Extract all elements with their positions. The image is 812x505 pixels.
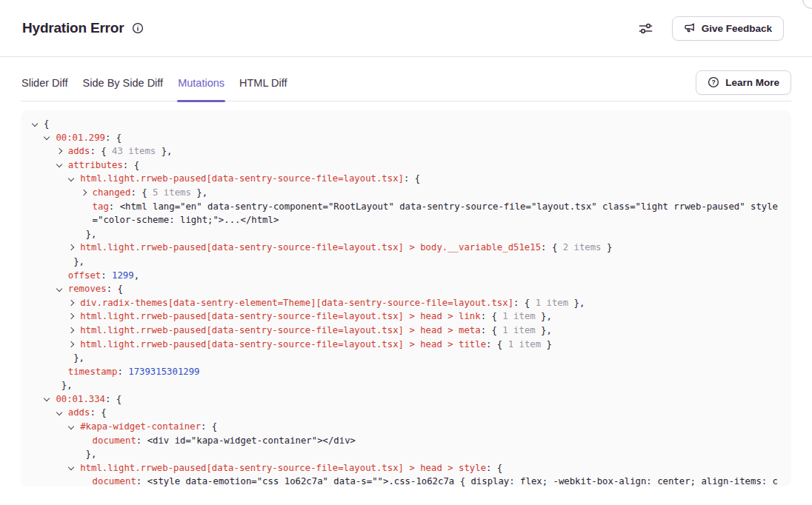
- chevron-down-icon[interactable]: [32, 120, 38, 126]
- tree-text: :: [136, 435, 147, 446]
- tree-row: },: [30, 447, 782, 461]
- tree-text: 1299: [112, 270, 134, 281]
- tree-key: html.light.rrweb-paused[data-sentry-sour…: [80, 325, 480, 335]
- tree-text: : {: [105, 133, 122, 143]
- tree-text: <div id="kapa-widget-container"></div>: [147, 435, 356, 446]
- tree-row: document: <style data-emotion="css 1o62c…: [30, 475, 782, 486]
- tree-key: 00:01.334: [56, 394, 105, 404]
- chevron-right-icon[interactable]: [80, 190, 86, 195]
- chevron-down-icon[interactable]: [44, 395, 50, 401]
- tab-html-diff[interactable]: HTML Diff: [239, 69, 287, 101]
- tree-row: },: [30, 378, 782, 392]
- tree-text: : {: [107, 284, 123, 294]
- dialog-close-partial[interactable]: [802, 0, 812, 9]
- tree-key: html.light.rrweb-paused[data-sentry-sour…: [80, 173, 404, 184]
- tree-row[interactable]: html.light.rrweb-paused[data-sentry-sour…: [30, 172, 782, 186]
- chevron-right-icon[interactable]: [68, 327, 74, 333]
- question-circle-icon: ?: [708, 76, 719, 88]
- tree-text: : {: [90, 146, 112, 156]
- tree-row[interactable]: html.light.rrweb-paused[data-sentry-sour…: [30, 241, 782, 255]
- tree-text: },: [86, 449, 97, 459]
- page-title: Hydration Error: [22, 20, 124, 36]
- tree-key: div.radix-themes[data-sentry-element=The…: [80, 298, 513, 308]
- tab-label: Mutations: [178, 77, 224, 89]
- tree-row[interactable]: 00:01.334: {: [30, 392, 782, 407]
- tree-text: },: [61, 380, 73, 390]
- tree-text: },: [191, 187, 207, 198]
- tree-row[interactable]: div.radix-themes[data-sentry-element=The…: [30, 296, 782, 310]
- tree-row[interactable]: 00:01.299: {: [30, 131, 782, 145]
- tree-text: 1 item: [502, 325, 535, 335]
- tab-slider-diff[interactable]: Slider Diff: [21, 69, 69, 101]
- tree-text: 2 items: [563, 242, 602, 252]
- tree-text: <style data-emotion="css 1o62c7a" data-s…: [93, 476, 778, 486]
- tree-text: 1 item: [536, 298, 568, 308]
- tree-key: adds: [68, 407, 90, 418]
- tree-text: 5 items: [153, 187, 191, 198]
- settings-sliders-icon[interactable]: [636, 19, 656, 39]
- chevron-right-icon[interactable]: [68, 244, 74, 250]
- tree-text: : {: [486, 463, 502, 473]
- svg-text:?: ?: [712, 78, 716, 86]
- tree-key: document: [93, 435, 136, 446]
- tree-row[interactable]: attributes: {: [30, 158, 782, 173]
- tree-text: 1 item: [502, 311, 535, 321]
- tree-text: },: [536, 311, 552, 321]
- chevron-down-icon[interactable]: [68, 175, 74, 181]
- tab-mutations[interactable]: Mutations: [177, 69, 225, 101]
- json-tree[interactable]: {00:01.299: {adds: { 43 items },attribut…: [21, 110, 791, 486]
- tab-label: Slider Diff: [21, 77, 68, 89]
- tree-row[interactable]: {: [30, 117, 782, 131]
- tree-row: document: <div id="kapa-widget-container…: [30, 434, 782, 448]
- tree-text: ,: [134, 270, 139, 281]
- tree-key: offset: [68, 270, 101, 281]
- chevron-right-icon[interactable]: [68, 299, 74, 305]
- tree-row[interactable]: removes: {: [30, 282, 782, 296]
- learn-more-button[interactable]: ? Learn More: [696, 70, 791, 95]
- tree-row[interactable]: html.light.rrweb-paused[data-sentry-sour…: [30, 338, 782, 352]
- diff-tabbar: Slider DiffSide By Side DiffMutationsHTM…: [21, 69, 791, 101]
- tree-row[interactable]: changed: { 5 items },: [30, 186, 782, 200]
- tree-text: : {: [105, 394, 122, 404]
- tree-text: },: [73, 256, 84, 267]
- tree-text: : {: [130, 187, 153, 198]
- tree-key: attributes: [68, 160, 123, 170]
- chevron-down-icon[interactable]: [68, 464, 74, 470]
- tab-side-by-side-diff[interactable]: Side By Side Diff: [82, 69, 164, 101]
- tree-row: tag: <html lang="en" data-sentry-compone…: [30, 200, 782, 227]
- tree-row[interactable]: adds: {: [30, 406, 782, 420]
- tree-row[interactable]: #kapa-widget-container: {: [30, 420, 782, 434]
- active-tab-underline: [177, 100, 225, 102]
- tab-label: Side By Side Diff: [83, 77, 164, 89]
- tree-row: },: [30, 255, 782, 269]
- chevron-down-icon[interactable]: [44, 134, 50, 140]
- tree-text: },: [568, 298, 585, 308]
- tree-row[interactable]: html.light.rrweb-paused[data-sentry-sour…: [30, 461, 782, 475]
- chevron-right-icon[interactable]: [68, 341, 74, 347]
- chevron-right-icon[interactable]: [56, 148, 62, 154]
- tree-key: changed: [93, 187, 131, 198]
- tree-row[interactable]: adds: { 43 items },: [30, 144, 782, 158]
- chevron-right-icon[interactable]: [68, 313, 74, 319]
- tree-text: },: [536, 325, 552, 335]
- tree-text: : {: [201, 421, 217, 432]
- tree-row: timestamp: 1739315301299: [30, 365, 782, 379]
- learn-more-label: Learn More: [725, 77, 779, 88]
- tree-key: timestamp: [68, 367, 118, 377]
- chevron-down-icon[interactable]: [56, 285, 62, 291]
- tree-text: :: [109, 201, 120, 212]
- chevron-down-icon[interactable]: [68, 423, 74, 429]
- give-feedback-button[interactable]: Give Feedback: [672, 16, 784, 41]
- info-icon[interactable]: [130, 21, 145, 36]
- tree-text: : {: [481, 311, 503, 321]
- chevron-down-icon[interactable]: [56, 161, 62, 167]
- page-header: Hydration Error Gi: [0, 0, 812, 57]
- tree-row[interactable]: html.light.rrweb-paused[data-sentry-sour…: [30, 310, 782, 324]
- chevron-down-icon[interactable]: [56, 409, 62, 415]
- tree-text: :: [117, 367, 128, 377]
- tree-key: tag: [93, 201, 109, 212]
- tree-text: },: [86, 229, 97, 239]
- tree-key: html.light.rrweb-paused[data-sentry-sour…: [80, 242, 541, 252]
- tabs: Slider DiffSide By Side DiffMutationsHTM…: [21, 69, 287, 101]
- tree-row[interactable]: html.light.rrweb-paused[data-sentry-sour…: [30, 324, 782, 338]
